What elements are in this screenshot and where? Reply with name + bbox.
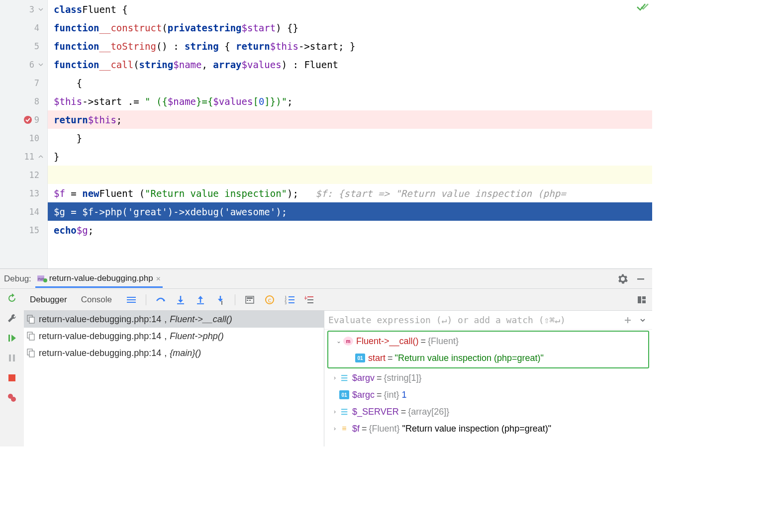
var-value: {Fluent} xyxy=(428,336,459,347)
expand-icon[interactable]: › xyxy=(330,408,339,415)
step-over-icon[interactable] xyxy=(155,294,166,305)
var-row[interactable]: › ≡ $f = {Fluent} "Return value inspecti… xyxy=(324,420,652,437)
inspection-ok-icon[interactable] xyxy=(636,2,649,12)
var-name: start xyxy=(368,353,386,363)
var-name: $_SERVER xyxy=(352,407,399,417)
add-icon[interactable] xyxy=(622,315,633,326)
svg-rect-28 xyxy=(289,302,294,303)
add-watch-icon[interactable]: + xyxy=(304,294,315,305)
gutter-row[interactable]: 8 xyxy=(0,92,47,110)
breakpoints-icon[interactable] xyxy=(6,392,17,403)
gutter-row[interactable]: 11 xyxy=(0,147,47,166)
svg-rect-27 xyxy=(289,299,294,300)
gutter-row[interactable]: 5 xyxy=(0,37,47,55)
gutter-row[interactable]: 15 xyxy=(0,221,47,239)
variables-panel: Evaluate expression (↵) or add a watch (… xyxy=(324,311,652,446)
gutter-row[interactable]: 9 xyxy=(0,110,47,129)
gutter-row[interactable]: 13 xyxy=(0,184,47,202)
svg-rect-19 xyxy=(247,300,248,301)
gutter-row[interactable]: 7 xyxy=(0,74,47,92)
frame-row[interactable]: return-value-debugging.php:14, Fluent->p… xyxy=(24,328,324,345)
expand-icon[interactable]: › xyxy=(330,425,339,432)
debug-label: Debug: xyxy=(4,274,31,284)
code-editor[interactable]: 3 4 5 6 7 8 9 10 11 12 13 14 15 class Fl… xyxy=(0,0,652,268)
svg-text:3: 3 xyxy=(285,301,287,304)
trace-icon[interactable]: c xyxy=(264,294,275,305)
layout-icon[interactable] xyxy=(636,294,647,305)
svg-rect-5 xyxy=(8,335,10,342)
var-row[interactable]: › ☰ $argv = {string[1]} xyxy=(324,369,652,386)
gear-icon[interactable] xyxy=(617,273,628,284)
array-icon: ☰ xyxy=(339,373,349,382)
gutter-row[interactable]: 14 xyxy=(0,202,47,221)
var-value: "Return value inspection (php=great)" xyxy=(395,353,544,363)
step-out-icon[interactable] xyxy=(195,294,206,305)
code-line: echo $g; xyxy=(48,221,652,239)
svg-point-10 xyxy=(11,397,16,402)
var-row[interactable]: › ☰ $_SERVER = {array[26]} xyxy=(324,403,652,420)
svg-rect-13 xyxy=(127,302,136,303)
svg-rect-15 xyxy=(197,303,204,304)
svg-rect-7 xyxy=(13,355,15,361)
breakpoint-icon[interactable] xyxy=(23,115,33,125)
pause-icon[interactable] xyxy=(6,353,17,363)
collapse-icon[interactable]: ⌄ xyxy=(334,338,343,345)
svg-point-3 xyxy=(43,278,47,282)
fold-end-icon[interactable] xyxy=(38,154,43,159)
gutter-row[interactable]: 12 xyxy=(0,166,47,184)
line-number: 6 xyxy=(29,60,38,70)
expand-icon[interactable]: › xyxy=(330,374,339,381)
gutter-row[interactable]: 10 xyxy=(0,129,47,147)
frame-row[interactable]: return-value-debugging.php:14, {main}() xyxy=(24,345,324,361)
var-name: $argc xyxy=(352,390,375,400)
variables-list[interactable]: ⌄ m Fluent->__call() = {Fluent} 01 start… xyxy=(324,330,652,437)
debug-session-tab[interactable]: PHP return-value-debugging.php ✕ xyxy=(35,269,163,288)
frames-panel[interactable]: return-value-debugging.php:14, Fluent->_… xyxy=(24,311,324,446)
object-icon: ≡ xyxy=(339,424,349,433)
resume-icon[interactable] xyxy=(6,333,17,344)
frame-row[interactable]: return-value-debugging.php:14, Fluent->_… xyxy=(24,311,324,328)
svg-rect-41 xyxy=(29,351,34,357)
debugger-lower: return-value-debugging.php:14, Fluent->_… xyxy=(24,311,652,446)
fold-icon[interactable] xyxy=(38,7,43,12)
run-to-cursor-icon[interactable] xyxy=(215,294,226,305)
gutter-row[interactable]: 4 xyxy=(0,18,47,37)
var-row[interactable]: ⌄ m Fluent->__call() = {Fluent} xyxy=(328,333,648,350)
rerun-icon[interactable] xyxy=(6,293,17,304)
svg-text:PHP: PHP xyxy=(38,277,44,281)
chevron-down-icon[interactable] xyxy=(637,315,648,326)
close-icon[interactable]: ✕ xyxy=(156,274,161,283)
fold-icon[interactable] xyxy=(38,62,43,67)
line-number: 9 xyxy=(34,115,43,125)
int-value-icon: 01 xyxy=(339,390,349,399)
show-execution-point-icon[interactable] xyxy=(126,294,137,305)
line-number: 12 xyxy=(29,170,43,180)
inlay-hint: $f: {start => "Return value inspection (… xyxy=(315,188,566,199)
frame-method: Fluent->php() xyxy=(170,331,224,342)
svg-rect-35 xyxy=(642,300,646,303)
svg-rect-11 xyxy=(127,297,136,298)
line-number: 15 xyxy=(29,225,43,235)
sort-icon[interactable]: 123 xyxy=(284,294,295,305)
step-into-icon[interactable] xyxy=(175,294,186,305)
line-number: 3 xyxy=(29,4,38,14)
evaluate-icon[interactable] xyxy=(244,294,255,305)
var-row[interactable]: 01 start = "Return value inspection (php… xyxy=(328,350,648,366)
gutter-row[interactable]: 6 xyxy=(0,55,47,74)
svg-rect-29 xyxy=(307,296,313,297)
evaluate-input[interactable]: Evaluate expression (↵) or add a watch (… xyxy=(324,311,652,330)
frame-file: return-value-debugging.php:14 xyxy=(39,314,161,325)
code-text-area[interactable]: class Fluent { function __construct(priv… xyxy=(48,0,652,268)
minimize-icon[interactable] xyxy=(635,273,646,284)
wrench-icon[interactable] xyxy=(6,313,17,324)
gutter-row[interactable]: 3 xyxy=(0,0,47,18)
tab-console[interactable]: Console xyxy=(81,295,112,305)
code-line: } xyxy=(48,129,652,147)
var-name: $argv xyxy=(352,373,375,383)
line-number: 14 xyxy=(29,207,43,217)
code-line: $f = new Fluent ("Return value inspectio… xyxy=(48,184,652,202)
frame-method: Fluent->__call() xyxy=(170,314,232,325)
var-row[interactable]: 01 $argc = {int} 1 xyxy=(324,386,652,403)
tab-debugger[interactable]: Debugger xyxy=(30,295,67,305)
stop-icon[interactable] xyxy=(6,372,17,383)
